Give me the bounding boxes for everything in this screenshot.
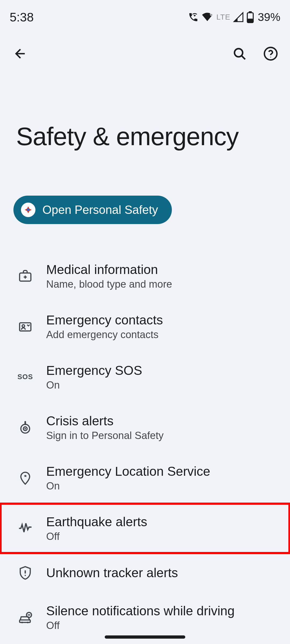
personal-safety-app-icon <box>21 203 35 217</box>
battery-icon <box>247 11 254 23</box>
svg-point-16 <box>27 621 28 623</box>
help-button[interactable] <box>262 45 279 62</box>
settings-list: Medical information Name, blood type and… <box>0 224 290 643</box>
svg-rect-14 <box>20 620 30 622</box>
sos-icon: SOS <box>17 369 33 385</box>
setting-title: Unknown tracker alerts <box>46 565 178 580</box>
wifi-icon: 6 <box>201 11 213 23</box>
svg-point-6 <box>270 57 271 57</box>
svg-point-13 <box>25 575 26 576</box>
svg-rect-8 <box>20 323 31 331</box>
status-bar: 5:38 6 LTE 39% <box>0 0 290 30</box>
svg-text:6: 6 <box>210 12 212 17</box>
page-title: Safety & emergency <box>0 67 290 150</box>
setting-emergency-sos[interactable]: SOS Emergency SOS On <box>0 352 290 402</box>
setting-sub: On <box>46 379 142 391</box>
search-button[interactable] <box>231 45 248 62</box>
setting-earthquake-alerts[interactable]: Earthquake alerts Off <box>0 503 290 554</box>
svg-point-4 <box>234 49 242 57</box>
gesture-nav-bar[interactable] <box>105 635 185 639</box>
medical-id-icon <box>17 268 33 284</box>
svg-point-12 <box>24 428 26 430</box>
setting-emergency-location-service[interactable]: Emergency Location Service On <box>0 453 290 503</box>
setting-title: Emergency SOS <box>46 363 142 378</box>
setting-sub: Off <box>46 620 235 631</box>
status-right: 6 LTE 39% <box>188 11 280 24</box>
car-dnd-icon <box>17 609 33 625</box>
setting-title: Silence notifications while driving <box>46 603 235 618</box>
status-time: 5:38 <box>10 10 34 24</box>
section-wireless-emergency-alerts[interactable]: Wireless emergency alerts <box>0 643 290 644</box>
crisis-icon <box>17 419 33 436</box>
app-bar <box>0 30 290 67</box>
action-chip-label: Open Personal Safety <box>42 203 158 217</box>
setting-title: Medical information <box>46 262 172 277</box>
location-pin-icon <box>17 470 33 486</box>
setting-title: Emergency contacts <box>46 313 163 327</box>
shield-alert-icon <box>17 565 33 581</box>
svg-rect-3 <box>247 19 253 23</box>
setting-unknown-tracker-alerts[interactable]: Unknown tracker alerts <box>0 554 290 592</box>
setting-crisis-alerts[interactable]: Crisis alerts Sign in to Personal Safety <box>0 402 290 453</box>
signal-icon <box>233 12 244 23</box>
lte-label: LTE <box>216 13 230 21</box>
setting-sub: Sign in to Personal Safety <box>46 430 164 441</box>
setting-sub: Off <box>46 531 147 542</box>
setting-emergency-contacts[interactable]: Emergency contacts Add emergency contact… <box>0 301 290 352</box>
setting-medical-information[interactable]: Medical information Name, blood type and… <box>0 251 290 301</box>
setting-title: Emergency Location Service <box>46 464 210 479</box>
setting-silence-notifications-driving[interactable]: Silence notifications while driving Off <box>0 592 290 643</box>
setting-sub: On <box>46 480 210 492</box>
back-button[interactable] <box>12 45 29 62</box>
battery-percentage: 39% <box>258 11 280 24</box>
wifi-calling-icon <box>188 12 199 23</box>
setting-sub: Name, blood type and more <box>46 279 172 290</box>
open-personal-safety-button[interactable]: Open Personal Safety <box>13 196 172 224</box>
setting-title: Crisis alerts <box>46 414 164 428</box>
contact-card-icon <box>17 319 33 335</box>
earthquake-icon <box>17 520 33 536</box>
svg-point-15 <box>21 621 23 623</box>
setting-sub: Add emergency contacts <box>46 329 163 341</box>
setting-title: Earthquake alerts <box>46 514 147 529</box>
svg-point-9 <box>22 325 24 327</box>
